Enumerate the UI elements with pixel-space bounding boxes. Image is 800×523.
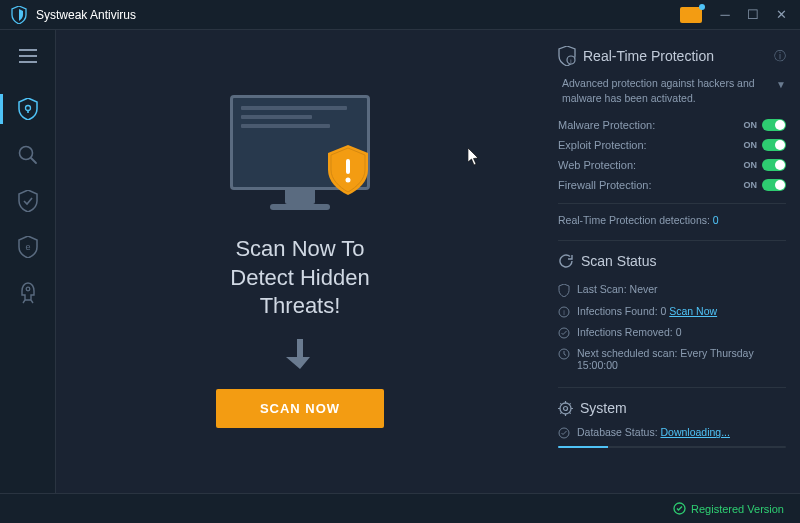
toggle-row: Firewall Protection: ON <box>558 175 786 195</box>
monitor-illustration <box>225 95 375 215</box>
svg-point-14 <box>564 406 568 410</box>
svg-text:i: i <box>563 309 565 316</box>
minimize-button[interactable]: ─ <box>712 4 738 26</box>
registered-status: Registered Version <box>673 502 784 515</box>
hamburger-menu-button[interactable] <box>0 36 56 76</box>
right-panel: i Real-Time Protection ⓘ Advanced protec… <box>544 30 800 493</box>
toggle-row: Malware Protection: ON <box>558 115 786 135</box>
toggle-row: Exploit Protection: ON <box>558 135 786 155</box>
scan-now-button[interactable]: SCAN NOW <box>216 389 384 428</box>
notification-badge-button[interactable] <box>680 7 702 23</box>
system-section: System Database Status: Downloading... <box>558 396 786 448</box>
exploit-toggle[interactable] <box>762 139 786 151</box>
toggle-row: Web Protection: ON <box>558 155 786 175</box>
help-icon[interactable]: ⓘ <box>774 48 786 65</box>
svg-rect-5 <box>346 159 350 174</box>
scan-now-link[interactable]: Scan Now <box>669 305 717 317</box>
malware-toggle[interactable] <box>762 119 786 131</box>
sidebar-item-protection[interactable] <box>0 178 56 224</box>
info-icon: i <box>558 306 570 318</box>
db-status-value: Downloading... <box>660 426 729 438</box>
shield-check-icon <box>558 284 570 297</box>
refresh-icon <box>558 253 574 269</box>
sidebar-item-boost[interactable] <box>0 270 56 316</box>
svg-text:e: e <box>25 242 30 252</box>
download-progress <box>558 446 786 448</box>
chevron-down-icon[interactable]: ▼ <box>776 78 786 92</box>
svg-rect-1 <box>27 110 29 113</box>
titlebar: Systweak Antivirus ─ ☐ ✕ <box>0 0 800 30</box>
sidebar-item-home[interactable] <box>0 86 56 132</box>
gear-icon <box>558 401 573 416</box>
web-toggle[interactable] <box>762 159 786 171</box>
svg-point-6 <box>346 178 351 183</box>
svg-point-4 <box>26 287 30 291</box>
scanstatus-section: Scan Status Last Scan: Never i Infection… <box>558 249 786 375</box>
detections-row: Real-Time Protection detections: 0 <box>558 212 786 228</box>
maximize-button[interactable]: ☐ <box>740 4 766 26</box>
footer: Registered Version <box>0 493 800 523</box>
shield-warning-icon <box>326 145 370 195</box>
realtime-title: Real-Time Protection <box>583 48 767 64</box>
main-area: e Scan Now To Detect Hidden Threats! SCA… <box>0 30 800 493</box>
window-controls: ─ ☐ ✕ <box>680 4 794 26</box>
clock-icon <box>558 348 570 360</box>
sidebar: e <box>0 30 56 493</box>
check-circle-icon <box>558 327 570 339</box>
shield-info-icon: i <box>558 46 576 66</box>
svg-point-0 <box>26 106 31 111</box>
realtime-desc: Advanced protection against hackers and … <box>562 76 768 105</box>
svg-text:i: i <box>570 58 571 64</box>
sidebar-item-scan[interactable] <box>0 132 56 178</box>
center-panel: Scan Now To Detect Hidden Threats! SCAN … <box>56 30 544 493</box>
arrow-down-icon <box>286 337 314 371</box>
scan-headline: Scan Now To Detect Hidden Threats! <box>230 235 369 321</box>
app-logo-icon <box>10 6 28 24</box>
system-title: System <box>580 400 786 416</box>
realtime-section: i Real-Time Protection ⓘ Advanced protec… <box>558 42 786 228</box>
close-button[interactable]: ✕ <box>768 4 794 26</box>
check-circle-icon <box>558 427 570 439</box>
sidebar-item-quarantine[interactable]: e <box>0 224 56 270</box>
scanstatus-title: Scan Status <box>581 253 786 269</box>
firewall-toggle[interactable] <box>762 179 786 191</box>
app-title: Systweak Antivirus <box>36 8 680 22</box>
